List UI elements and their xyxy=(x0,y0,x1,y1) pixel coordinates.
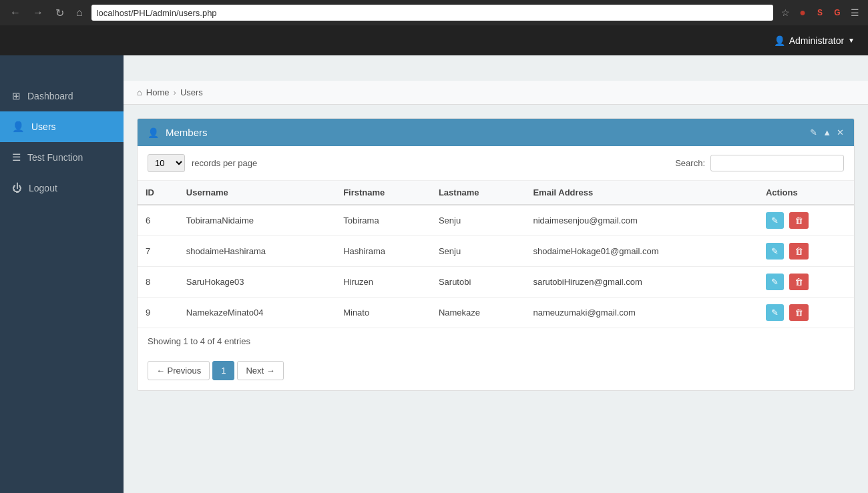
edit-button[interactable]: ✎ xyxy=(766,212,784,229)
menu-icon[interactable]: ☰ xyxy=(848,6,861,19)
table-body: 6 TobiramaNidaime Tobirama Senju nidaime… xyxy=(138,205,854,328)
back-button[interactable]: ← xyxy=(7,5,24,20)
table-row: 9 NamekazeMinato04 Minato Namekaze nameu… xyxy=(138,298,854,328)
cell-id: 7 xyxy=(138,236,178,267)
delete-button[interactable]: 🗑 xyxy=(789,243,809,260)
cell-lastname: Senju xyxy=(431,236,525,267)
col-actions: Actions xyxy=(758,181,854,205)
table-row: 8 SaruHokage03 Hiruzen Sarutobi sarutobi… xyxy=(138,267,854,298)
cell-email: sarutobiHiruzen@gmail.com xyxy=(525,267,758,298)
edit-button[interactable]: ✎ xyxy=(766,243,784,260)
user-menu[interactable]: 👤 Administrator ▼ xyxy=(774,35,855,46)
panel-header: 👤 Members ✎ ▲ ✕ xyxy=(138,119,854,146)
cell-email: nidaimesenjou@gmail.com xyxy=(525,205,758,236)
table-header: ID Username Firstname Lastname Email Add… xyxy=(138,181,854,205)
panel-collapse-icon[interactable]: ▲ xyxy=(823,127,831,137)
panel-edit-icon[interactable]: ✎ xyxy=(810,127,817,137)
menu-lines-icon: ☰ xyxy=(12,151,21,163)
search-label: Search: xyxy=(675,158,705,168)
cell-actions: ✎ 🗑 xyxy=(758,267,854,298)
sidebar-item-users[interactable]: 👤 Users xyxy=(0,111,124,142)
table-row: 6 TobiramaNidaime Tobirama Senju nidaime… xyxy=(138,205,854,236)
prev-page-button[interactable]: ← Previous xyxy=(148,361,210,380)
breadcrumb-separator: › xyxy=(174,87,176,97)
col-lastname: Lastname xyxy=(431,181,525,205)
cell-username: shodaimeHashirama xyxy=(178,236,335,267)
address-bar[interactable] xyxy=(91,5,773,21)
breadcrumb: ⌂ Home › Users xyxy=(124,81,868,105)
cell-username: SaruHokage03 xyxy=(178,267,335,298)
delete-button[interactable]: 🗑 xyxy=(789,274,809,290)
cell-actions: ✎ 🗑 xyxy=(758,298,854,328)
user-icon: 👤 xyxy=(774,35,785,46)
cell-username: NamekazeMinato04 xyxy=(178,298,335,328)
col-firstname: Firstname xyxy=(335,181,431,205)
col-username: Username xyxy=(178,181,335,205)
cell-lastname: Senju xyxy=(431,205,525,236)
forward-button[interactable]: → xyxy=(29,5,47,20)
page-1-button[interactable]: 1 xyxy=(212,361,234,380)
cell-lastname: Sarutobi xyxy=(431,267,525,298)
app-container: ⊞ Dashboard 👤 Users ☰ Test Function ⏻ Lo… xyxy=(0,25,868,493)
members-panel: 👤 Members ✎ ▲ ✕ 10 25 50 100 records per… xyxy=(137,118,855,391)
cell-firstname: Minato xyxy=(335,298,431,328)
records-per-page-label: records per page xyxy=(192,158,257,168)
browser-icon-2: S xyxy=(813,6,827,19)
reload-button[interactable]: ↻ xyxy=(52,5,67,21)
members-table: ID Username Firstname Lastname Email Add… xyxy=(138,181,854,328)
cell-username: TobiramaNidaime xyxy=(178,205,335,236)
sidebar-label-dashboard: Dashboard xyxy=(27,91,73,101)
sidebar-item-dashboard[interactable]: ⊞ Dashboard xyxy=(0,81,124,111)
cell-firstname: Hashirama xyxy=(335,236,431,267)
breadcrumb-current: Users xyxy=(180,87,203,97)
star-icon[interactable]: ☆ xyxy=(779,6,792,19)
user-icon: 👤 xyxy=(12,121,25,133)
cell-actions: ✎ 🗑 xyxy=(758,205,854,236)
search-section: Search: xyxy=(675,155,844,171)
dropdown-caret: ▼ xyxy=(848,37,855,44)
home-button[interactable]: ⌂ xyxy=(73,5,86,20)
search-input[interactable] xyxy=(710,155,844,171)
edit-button[interactable]: ✎ xyxy=(766,304,784,321)
breadcrumb-home[interactable]: Home xyxy=(146,87,170,97)
cell-firstname: Tobirama xyxy=(335,205,431,236)
edit-button[interactable]: ✎ xyxy=(766,274,784,290)
panel-header-icons: ✎ ▲ ✕ xyxy=(810,127,844,137)
sidebar-label-users: Users xyxy=(31,121,56,132)
sidebar-label-logout: Logout xyxy=(29,183,57,193)
power-icon: ⏻ xyxy=(12,182,22,193)
table-footer: Showing 1 to 4 of 4 entries xyxy=(138,328,854,354)
pagination: ← Previous 1 Next → xyxy=(138,354,854,390)
showing-entries-text: Showing 1 to 4 of 4 entries xyxy=(148,336,250,346)
cell-id: 9 xyxy=(138,298,178,328)
delete-button[interactable]: 🗑 xyxy=(789,304,809,321)
table-controls: 10 25 50 100 records per page Search: xyxy=(138,146,854,181)
cell-email: nameuzumaki@gmail.com xyxy=(525,298,758,328)
delete-button[interactable]: 🗑 xyxy=(789,212,809,229)
next-page-button[interactable]: Next → xyxy=(237,361,283,380)
panel-title: Members xyxy=(166,127,803,138)
col-id: ID xyxy=(138,181,178,205)
main-content: ⌂ Home › Users 👤 Members ✎ ▲ ✕ 10 25 xyxy=(124,25,868,493)
sidebar-label-test-function: Test Function xyxy=(27,152,83,163)
panel-user-icon: 👤 xyxy=(148,127,159,138)
cell-email: shodaimeHokage01@gmail.com xyxy=(525,236,758,267)
cell-id: 8 xyxy=(138,267,178,298)
browser-icon-1: ● xyxy=(796,6,809,19)
grid-icon: ⊞ xyxy=(12,90,21,102)
table-row: 7 shodaimeHashirama Hashirama Senju shod… xyxy=(138,236,854,267)
sidebar: ⊞ Dashboard 👤 Users ☰ Test Function ⏻ Lo… xyxy=(0,25,124,493)
user-label: Administrator xyxy=(789,35,844,46)
home-icon: ⌂ xyxy=(137,87,142,97)
sidebar-item-test-function[interactable]: ☰ Test Function xyxy=(0,142,124,173)
cell-id: 6 xyxy=(138,205,178,236)
browser-chrome: ← → ↻ ⌂ ☆ ● S G ☰ xyxy=(0,0,868,25)
cell-firstname: Hiruzen xyxy=(335,267,431,298)
topbar: 👤 Administrator ▼ xyxy=(0,25,868,55)
col-email: Email Address xyxy=(525,181,758,205)
browser-icon-3: G xyxy=(831,6,844,19)
cell-actions: ✎ 🗑 xyxy=(758,236,854,267)
records-per-page-select[interactable]: 10 25 50 100 xyxy=(148,154,185,172)
panel-close-icon[interactable]: ✕ xyxy=(837,127,844,137)
sidebar-item-logout[interactable]: ⏻ Logout xyxy=(0,173,124,203)
